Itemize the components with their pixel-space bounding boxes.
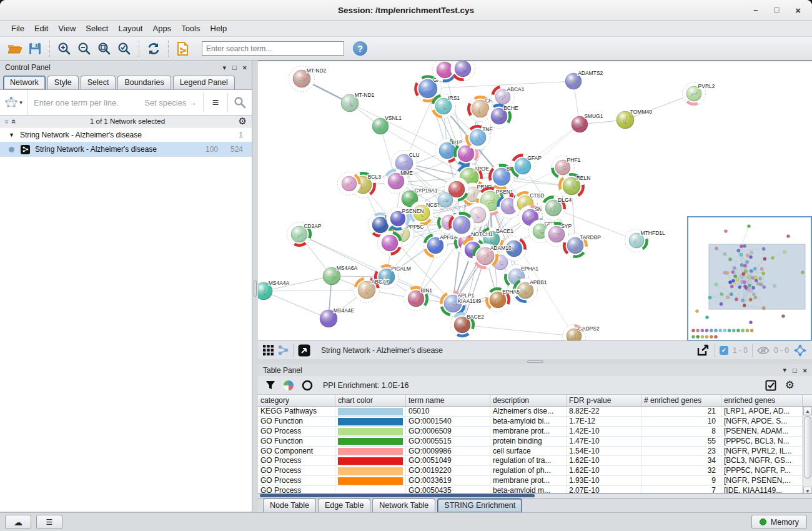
network-node-bace2[interactable]: BACE2 (450, 313, 485, 337)
network-node[interactable] (378, 231, 402, 256)
birds-eye-view[interactable] (687, 216, 812, 340)
hidden-eye-icon[interactable] (757, 346, 770, 355)
network-node-bche[interactable]: BCHE (487, 104, 519, 129)
table-row[interactable]: GO FunctionGO:0005515protein binding1.47… (258, 437, 812, 447)
tab-node-table[interactable]: Node Table (263, 499, 316, 512)
enrichment-chart-icon[interactable] (283, 380, 294, 391)
table-row[interactable]: GO ProcessGO:0033619membrane prot...1.93… (258, 476, 812, 486)
table-settings-gear-icon[interactable]: ⚙ (785, 379, 795, 392)
table-row[interactable]: GO ProcessGO:0050435beta-amyloid m...2.0… (258, 486, 812, 493)
panel-float-icon[interactable]: □ (793, 367, 797, 374)
table-vertical-scrollbar[interactable]: ▲ ▼ (803, 407, 812, 493)
panel-menu-icon[interactable]: ▾ (783, 366, 786, 374)
network-node-reln[interactable]: RELN (559, 174, 591, 199)
panel-close-icon[interactable]: × (803, 367, 807, 374)
zoom-selected-button[interactable] (114, 39, 134, 58)
column-header-chart-color[interactable]: chart color (335, 395, 406, 406)
zoom-out-button[interactable] (74, 39, 94, 58)
tab-boundaries[interactable]: Boundaries (117, 76, 171, 89)
network-node-mthfd1l[interactable]: MTHFD1L (625, 229, 666, 252)
panel-float-icon[interactable]: □ (232, 64, 237, 71)
collapse-all-icon[interactable]: « (10, 119, 18, 123)
table-row[interactable]: GO ProcessGO:0051049regulation of tra...… (258, 456, 812, 466)
network-node-picalm[interactable]: PICALM (375, 265, 411, 289)
tab-legend-panel[interactable]: Legend Panel (173, 76, 235, 89)
network-node-ms4a6a[interactable]: MS4A6A (323, 265, 358, 285)
table-row[interactable]: GO ComponentGO:0009986cell surface1.54E-… (258, 447, 812, 457)
table-row[interactable]: KEGG Pathways05010Alzheimer's dise...8.8… (258, 407, 812, 417)
string-search-button[interactable] (228, 90, 252, 115)
tab-network-table[interactable]: Network Table (372, 499, 435, 512)
network-node-vsnl1[interactable]: VSNL1 (372, 115, 402, 134)
ring-chart-icon[interactable] (302, 380, 313, 391)
menu-item-apps[interactable]: Apps (148, 22, 177, 34)
network-row-selected[interactable]: String Network - Alzheimer's disease 100… (0, 142, 252, 157)
network-node-tnf[interactable]: TNF (466, 126, 493, 150)
network-node-abca7[interactable]: ABCA7 (354, 277, 389, 303)
column-header-FDR-p-value[interactable]: FDR p-value (567, 395, 641, 406)
zoom-fit-button[interactable] (94, 39, 114, 58)
network-node-ms4a4e[interactable]: MS4A4E (320, 307, 355, 328)
network-from-file-button[interactable] (173, 39, 193, 58)
network-node-aph1a[interactable]: APH1A (423, 234, 458, 258)
table-row[interactable]: GO ProcessGO:0006509membrane prot...1.42… (258, 427, 812, 437)
help-button[interactable]: ? (353, 41, 367, 56)
export-network-icon[interactable] (696, 344, 710, 357)
set-species-label[interactable]: Set species → (144, 98, 203, 107)
maximize-button[interactable]: □ (774, 5, 779, 16)
menu-item-edit[interactable]: Edit (29, 22, 53, 34)
network-node-tardbp[interactable]: TARDBP (563, 234, 602, 258)
tab-string-enrichment[interactable]: STRING Enrichment (437, 499, 522, 512)
search-input[interactable] (202, 41, 344, 56)
network-node-dlg4[interactable]: DLG4 (542, 196, 572, 221)
string-term-input[interactable] (27, 97, 144, 108)
network-canvas[interactable]: MT-ND2MT-ND1VSNL1GAB2IRS1CHATABCA1BCHEIL… (258, 61, 812, 340)
network-node[interactable] (338, 172, 361, 196)
network-node[interactable] (449, 212, 475, 238)
selected-nodes-checkbox-icon[interactable]: ✓ (720, 346, 728, 355)
network-node-pvrl2[interactable]: PVRL2 (683, 82, 715, 106)
open-session-button[interactable] (5, 39, 25, 58)
network-node[interactable] (438, 192, 453, 207)
memory-button[interactable]: Memory (751, 515, 807, 529)
network-node-irs1[interactable]: IRS1 (432, 94, 460, 119)
panel-menu-icon[interactable]: ▾ (222, 64, 226, 72)
string-app-icon[interactable] (298, 344, 310, 357)
menu-item-file[interactable]: File (6, 22, 29, 34)
scrollbar-thumb[interactable] (260, 494, 535, 497)
minimize-button[interactable]: – (753, 5, 758, 16)
table-horizontal-scrollbar[interactable] (258, 493, 812, 498)
network-node-epha5[interactable]: EPHA5 (486, 288, 520, 312)
cloud-tasks-button[interactable]: ☁ (5, 515, 31, 529)
horizontal-splitter[interactable] (258, 359, 812, 364)
menu-item-help[interactable]: Help (205, 22, 232, 34)
column-header--enriched-genes[interactable]: # enriched genes (641, 395, 721, 406)
column-header-term-name[interactable]: term name (406, 395, 490, 406)
tab-style[interactable]: Style (47, 76, 79, 89)
table-row[interactable]: GO FunctionGO:0001540beta-amyloid bi...1… (258, 417, 812, 427)
menu-item-select[interactable]: Select (81, 22, 113, 34)
zoom-in-button[interactable] (54, 39, 74, 58)
network-node-gfap[interactable]: GFAP (511, 154, 542, 179)
refresh-button[interactable] (144, 39, 164, 58)
column-header-category[interactable]: category (258, 395, 335, 406)
menu-item-tools[interactable]: Tools (176, 22, 205, 34)
scrollbar-thumb[interactable] (804, 416, 811, 479)
grid-view-icon[interactable] (263, 345, 274, 355)
tab-network[interactable]: Network (3, 76, 46, 89)
column-header-description[interactable]: description (490, 395, 567, 406)
birds-eye-toggle-icon[interactable] (793, 344, 807, 357)
network-list-gear-icon[interactable]: ⚙ (239, 116, 247, 127)
network-share-icon[interactable] (278, 345, 289, 355)
scroll-up-arrow[interactable]: ▲ (803, 407, 812, 415)
vertical-splitter[interactable] (252, 61, 258, 512)
tab-select[interactable]: Select (81, 76, 116, 89)
filter-icon[interactable] (265, 380, 275, 390)
network-node-cadps2[interactable]: CADPS2 (563, 325, 600, 341)
string-protein-query-button[interactable]: ▾ (0, 90, 27, 115)
string-options-button[interactable]: ≡ (204, 90, 227, 115)
network-node-tomm40[interactable]: TOMM40 (616, 109, 652, 129)
column-header-enriched-genes[interactable]: enriched genes (721, 395, 803, 406)
task-history-button[interactable]: ☰ (36, 515, 62, 529)
menu-item-view[interactable]: View (53, 22, 81, 34)
